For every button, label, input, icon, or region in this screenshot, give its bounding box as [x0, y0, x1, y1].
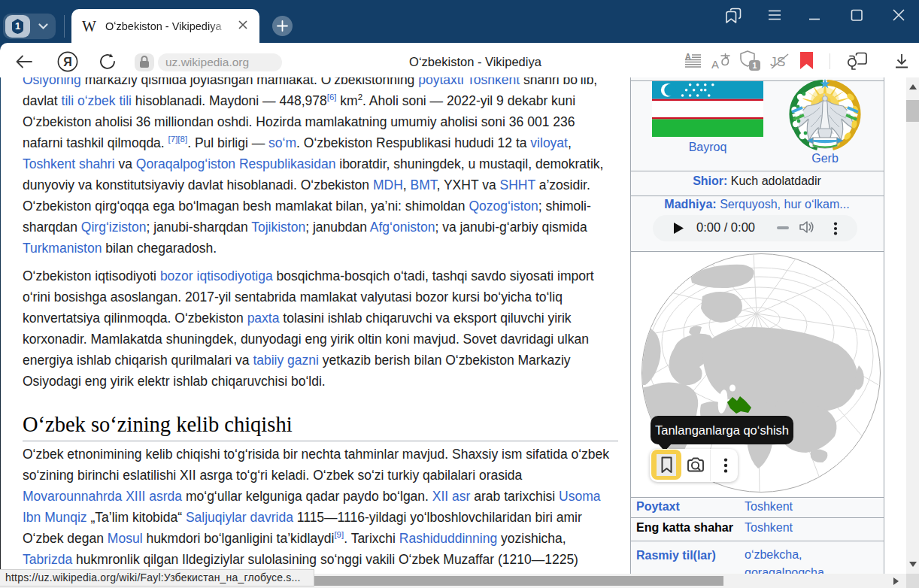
svg-text:1: 1 — [753, 61, 757, 70]
svg-text:A: A — [711, 58, 719, 69]
svg-text:A: A — [685, 53, 691, 61]
svg-text:Я: Я — [63, 56, 72, 68]
